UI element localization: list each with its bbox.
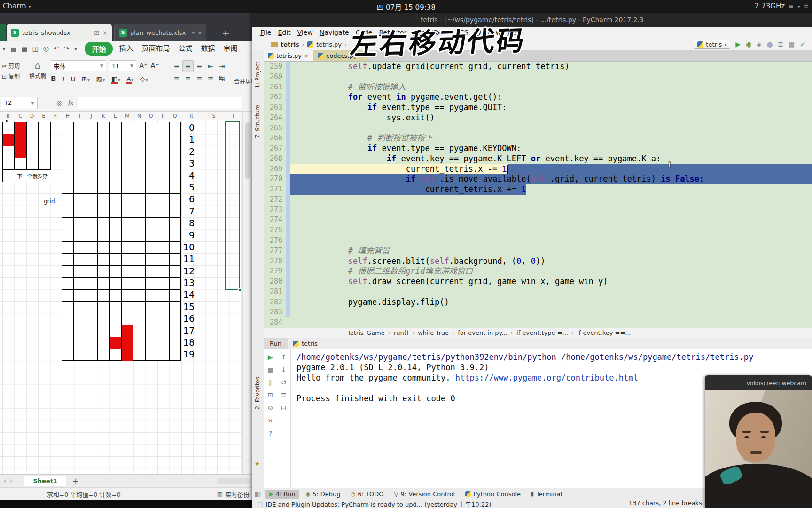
grid-cell[interactable] [146,349,157,361]
run-target[interactable]: tetris [293,340,318,347]
grid-cell[interactable] [146,325,157,337]
grid-cell[interactable] [62,218,74,230]
grid-cell[interactable] [133,349,145,361]
grid-cell[interactable] [74,290,86,302]
tool-window-tab-9-version-control[interactable]: ⋁9: Version Control [390,490,459,499]
open-icon[interactable]: ▤ [10,45,16,52]
grid-cell[interactable] [98,218,109,230]
grid-cell[interactable] [74,230,86,242]
horizontal-scrollbar[interactable] [217,478,250,484]
grid-cell[interactable] [98,158,109,170]
tool-window-tab-5-debug[interactable]: ◉5: Debug [302,490,344,499]
customize-toolbar-icon[interactable]: ▾ [2,45,6,52]
nav-project[interactable]: tetris [281,41,299,48]
grid-cell[interactable] [86,302,98,313]
borders-button[interactable]: ⊞▼ [82,75,90,83]
code-line[interactable]: 266 # 判断按键被按下 [264,133,812,143]
grid-cell[interactable] [39,146,50,158]
grid-cell[interactable] [3,158,15,170]
grid-cell[interactable] [122,254,133,265]
grid-cell[interactable] [62,290,74,302]
italic-button[interactable]: I [62,75,64,83]
grid-cell[interactable] [110,170,122,182]
code-line[interactable]: 270 if self.is_move_available(self.grid,… [264,174,812,184]
align-top-button[interactable]: ≡ [171,60,182,72]
grid-cell[interactable] [110,337,122,349]
grid-cell[interactable] [122,194,133,206]
ribbon-tab-审阅[interactable]: 审阅 [221,42,240,56]
code-line[interactable]: 272 [264,195,812,205]
format-painter-button[interactable]: ⌂ 格式刷 [27,59,48,79]
font-size-select[interactable]: 11▼ [109,60,136,71]
code-line[interactable]: 276 [264,236,812,246]
grid-cell[interactable] [86,313,98,325]
tool-window-project[interactable]: 1: Project [254,62,261,88]
code-line[interactable]: 265 [264,123,812,134]
webcam-titlebar[interactable]: vokoscreen webcam [705,375,812,390]
grid-cell[interactable] [3,134,15,146]
tool-window-tab-python-console[interactable]: Python Console [461,490,524,499]
grid-cell[interactable] [86,242,98,254]
grid-cell[interactable] [74,194,86,206]
share-screen-icon[interactable]: ⊡ [94,29,99,36]
doc-tab-tetris-show[interactable]: S tetris_show.xlsx ⊡ × [7,24,112,41]
grid-cell[interactable] [157,349,169,361]
grid-cell[interactable] [74,182,86,194]
clock[interactable]: 四 07月 15 09:38 [376,2,436,12]
grid-cell[interactable] [133,218,145,230]
grid-cell[interactable] [157,182,169,194]
column-header-N[interactable]: N [137,113,141,119]
grid-cell[interactable] [98,182,109,194]
breadcrumb-item[interactable]: if event.key ==... [577,329,631,336]
align-middle-button[interactable]: ≡ [182,60,194,72]
nav-breadcrumb[interactable]: tetris › tetris.py › [271,38,347,50]
grid-cell[interactable] [133,302,145,313]
align-center-button[interactable]: ≡ [182,72,194,85]
column-header-C[interactable]: C [18,113,22,119]
indent-increase-button[interactable]: ⇥ [216,60,227,72]
grid-cell[interactable] [146,194,157,206]
column-header-P[interactable]: P [162,113,165,119]
align-left-button[interactable]: ≡ [171,72,182,85]
ribbon-tab-数据[interactable]: 数据 [199,42,218,56]
column-header-F[interactable]: F [54,113,57,119]
decrease-font-button[interactable]: A⁻ [150,62,159,70]
grid-cell[interactable] [110,290,122,302]
breadcrumb-item[interactable]: while True [418,329,449,336]
wrap-text-button[interactable]: ↹ [216,72,227,85]
grid-cell[interactable] [74,325,86,337]
grid-cell[interactable] [170,325,181,337]
grid-cell[interactable] [133,337,145,349]
grid-cell[interactable] [170,337,181,349]
grid-cell[interactable] [62,337,74,349]
grid-cell[interactable] [157,230,169,242]
grid-cell[interactable] [62,206,74,218]
code-line[interactable]: 279 # 根据二维数组grid填充游戏窗口 [264,266,812,277]
tetris-board-grid[interactable] [62,122,181,361]
grid-cell[interactable] [157,206,169,218]
breadcrumb-item[interactable]: if event.type =... [516,329,568,336]
scrollbar-thumb[interactable] [245,122,250,179]
grid-cell[interactable] [62,349,74,361]
grid-cell[interactable] [110,254,122,265]
grid-cell[interactable] [39,134,50,146]
show-console-icon[interactable]: ⊡ [267,391,273,399]
grid-cell[interactable] [146,230,157,242]
print-icon[interactable]: ◫ [32,45,39,52]
grid-cell[interactable] [86,290,98,302]
grid-cell[interactable] [157,266,169,278]
grid-cell[interactable] [133,134,145,146]
clear-all-icon[interactable]: ⊟ [281,404,287,412]
column-header-K[interactable]: K [102,113,105,119]
grid-cell[interactable] [122,158,133,170]
indent-decrease-button[interactable]: ⇤ [205,60,216,72]
grid-cell[interactable] [110,134,122,146]
grid-cell[interactable] [86,146,98,158]
grid-cell[interactable] [157,242,169,254]
copy-button[interactable]: ⊡复制 [2,71,20,82]
grid-cell[interactable] [86,337,98,349]
grid-cell[interactable] [146,218,157,230]
code-line[interactable]: 268 if event.key == pygame.K_LEFT or eve… [264,154,812,164]
concurrency-icon[interactable]: ≣ [778,40,783,48]
grid-cell[interactable] [86,122,98,134]
